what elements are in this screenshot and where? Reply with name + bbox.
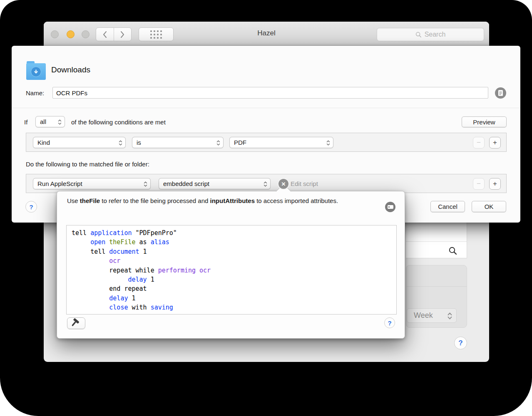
action-verb-popup[interactable]: Run AppleScript — [33, 178, 151, 189]
condition-value: PDF — [234, 139, 246, 146]
applescript-editor[interactable]: tell application "PDFpenPro" open theFil… — [66, 225, 397, 314]
action-row: Run AppleScript embedded script E — [26, 174, 507, 193]
script-source-popup[interactable]: embedded script — [159, 178, 271, 189]
download-arrow-icon — [33, 69, 39, 74]
condition-operator-popup[interactable]: is — [132, 137, 224, 148]
conditions-suffix-label: of the following conditions are met — [71, 119, 166, 126]
action-verb-value: Run AppleScript — [37, 180, 82, 187]
condition-attribute-popup[interactable]: Kind — [33, 137, 126, 148]
magnifier-icon[interactable] — [448, 246, 457, 255]
help-glyph: ? — [29, 203, 33, 210]
chevron-updown-icon — [144, 181, 147, 187]
chevron-updown-icon — [264, 181, 267, 187]
cancel-button[interactable]: Cancel — [430, 201, 465, 212]
actions-heading: Do the following to the matched file or … — [26, 161, 149, 168]
script-description: Use theFile to refer to the file being p… — [67, 196, 378, 206]
chevron-updown-icon — [216, 140, 220, 146]
ok-button[interactable]: OK — [472, 201, 506, 212]
condition-operator-value: is — [137, 139, 141, 146]
plus-glyph: + — [493, 180, 497, 188]
document-icon — [498, 90, 503, 96]
help-glyph: ? — [458, 339, 462, 347]
chevron-updown-icon — [326, 140, 330, 146]
condition-row: Kind is PDF — [26, 133, 507, 152]
plus-glyph: + — [493, 139, 497, 147]
hammer-icon — [71, 318, 81, 328]
close-popover-button[interactable]: ✕ — [278, 178, 289, 190]
script-help-button[interactable]: ? — [384, 317, 395, 328]
if-label: If — [24, 119, 27, 126]
folder-title: Downloads — [51, 65, 90, 74]
rule-name-input[interactable] — [52, 87, 488, 99]
panel-divider — [406, 286, 467, 287]
rule-help-button[interactable]: ? — [25, 201, 37, 213]
chevron-updown-icon — [58, 119, 62, 125]
search-icon — [415, 32, 422, 38]
cancel-button-label: Cancel — [438, 203, 457, 210]
search-field[interactable]: Search — [377, 28, 484, 41]
row-divider — [406, 241, 467, 242]
match-mode-popup[interactable]: all — [35, 116, 65, 127]
screenshot-canvas: Hazel Search Week — [0, 0, 532, 416]
script-source-value: embedded script — [163, 180, 209, 187]
add-action-button[interactable]: + — [489, 178, 501, 190]
add-condition-button[interactable]: + — [489, 137, 501, 149]
chevron-updown-icon — [447, 312, 452, 320]
remove-condition-button[interactable]: − — [473, 137, 485, 149]
background-list-rows — [406, 220, 467, 258]
compile-script-button[interactable] — [67, 317, 85, 329]
condition-attribute-value: Kind — [37, 139, 50, 146]
chevron-updown-icon — [119, 140, 122, 146]
match-mode-value: all — [40, 118, 46, 125]
minus-glyph: − — [477, 139, 481, 147]
preview-button-label: Preview — [473, 119, 495, 126]
week-popup-label: Week — [414, 311, 433, 320]
title-bar[interactable]: Hazel Search — [44, 22, 489, 46]
attributes-toggle-button[interactable] — [385, 202, 395, 212]
remove-action-button[interactable]: − — [473, 178, 485, 190]
edit-script-popover: ✕ Use theFile to refer to the file being… — [57, 191, 405, 339]
help-glyph: ? — [388, 319, 391, 327]
edit-script-label[interactable]: Edit script — [291, 180, 318, 187]
text-field-icon — [388, 205, 393, 209]
section-divider — [12, 108, 520, 108]
close-icon: ✕ — [281, 181, 286, 187]
search-placeholder: Search — [425, 31, 446, 38]
background-help-button[interactable]: ? — [454, 337, 467, 349]
rule-description-button[interactable] — [495, 87, 506, 99]
downloads-folder-icon — [26, 61, 46, 80]
name-label: Name: — [26, 89, 44, 97]
ok-button-label: OK — [485, 203, 494, 210]
preview-button[interactable]: Preview — [462, 116, 507, 127]
week-popup-button[interactable]: Week — [407, 308, 457, 323]
minus-glyph: − — [477, 180, 481, 188]
condition-value-popup[interactable]: PDF — [229, 137, 333, 148]
